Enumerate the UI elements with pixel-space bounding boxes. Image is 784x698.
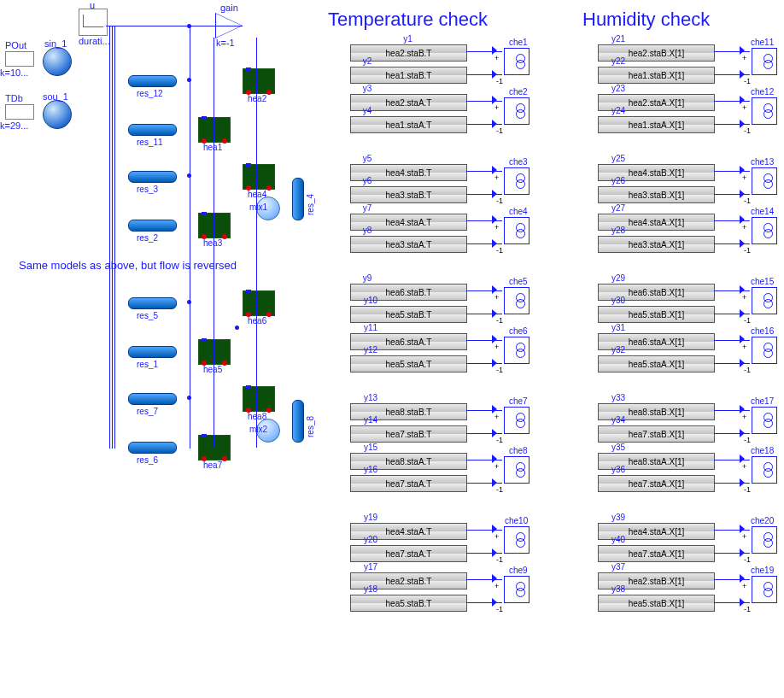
block-sin1[interactable]	[43, 47, 72, 76]
pm: -1	[496, 366, 503, 374]
chk-che5[interactable]	[504, 287, 529, 314]
label-res1: res_1	[137, 360, 158, 369]
lbl-y28: y28	[598, 226, 639, 235]
block-res2[interactable]	[128, 220, 177, 232]
block-res8[interactable]	[292, 400, 304, 443]
lbl-y1: y1	[350, 34, 465, 44]
pm: -1	[744, 605, 751, 613]
block-hea5[interactable]	[198, 339, 231, 365]
pm: +	[494, 54, 499, 62]
lbl-y11: y11	[350, 323, 391, 332]
block-tdb[interactable]	[5, 104, 34, 120]
block-hea4[interactable]	[243, 164, 275, 190]
chk-che2[interactable]	[504, 97, 529, 125]
chk-che19[interactable]	[752, 576, 777, 603]
block-res1[interactable]	[128, 346, 177, 358]
rexp-y6[interactable]: hea3.staB.T	[350, 186, 467, 203]
rexp-y38[interactable]: hea5.staB.X[1]	[598, 595, 715, 612]
rexp-y26[interactable]: hea3.staB.X[1]	[598, 186, 715, 203]
rexp-y36[interactable]: hea7.staA.X[1]	[598, 475, 715, 492]
pm: -1	[496, 196, 503, 205]
rexp-y12[interactable]: hea5.staA.T	[350, 355, 467, 372]
chk-che15[interactable]	[752, 287, 777, 314]
rexp-y14[interactable]: hea7.staB.T	[350, 425, 467, 443]
wire	[714, 51, 750, 52]
pm: +	[742, 462, 746, 471]
node	[235, 326, 239, 330]
lbl-y22: y22	[598, 56, 639, 66]
chk-che1[interactable]	[504, 48, 529, 75]
block-res5[interactable]	[128, 297, 177, 309]
block-hea2[interactable]	[243, 68, 275, 94]
rexp-y18[interactable]: hea5.staB.T	[350, 595, 467, 612]
node	[187, 300, 191, 304]
block-u[interactable]	[79, 9, 108, 36]
block-res7[interactable]	[128, 393, 177, 405]
block-res4[interactable]	[292, 178, 304, 220]
block-hea8[interactable]	[243, 386, 275, 412]
rexp-y20[interactable]: hea7.staA.T	[350, 545, 467, 562]
pm: -1	[744, 366, 751, 374]
lbl-che16: che16	[751, 326, 774, 336]
rexp-y8[interactable]: hea3.staA.T	[350, 236, 467, 253]
lbl-y8: y8	[350, 226, 384, 235]
wire	[466, 340, 502, 341]
chk-che9[interactable]	[504, 576, 529, 603]
chk-che18[interactable]	[752, 456, 777, 484]
lbl-che7: che7	[509, 396, 528, 406]
block-res6[interactable]	[128, 442, 177, 454]
chk-che7[interactable]	[504, 407, 529, 434]
chk-che17[interactable]	[752, 407, 777, 434]
block-sou1[interactable]	[43, 100, 72, 129]
rexp-y22[interactable]: hea1.staB.X[1]	[598, 67, 715, 84]
rexp-y30[interactable]: hea5.staB.X[1]	[598, 306, 715, 323]
block-hea1[interactable]	[198, 117, 231, 143]
lbl-y27: y27	[598, 203, 639, 213]
block-pout[interactable]	[5, 51, 34, 67]
rexp-y24[interactable]: hea1.staA.X[1]	[598, 116, 715, 133]
wire	[466, 124, 502, 125]
label-sou1: sou_1	[43, 91, 68, 102]
lbl-y15: y15	[350, 443, 391, 452]
label-hea7: hea7	[203, 460, 222, 470]
rexp-y32[interactable]: hea5.staA.X[1]	[598, 355, 715, 372]
lbl-y39: y39	[598, 513, 639, 522]
block-hea6[interactable]	[243, 290, 275, 316]
chk-che11[interactable]	[752, 48, 777, 75]
pm: -1	[744, 485, 751, 494]
lbl-y23: y23	[598, 84, 639, 93]
chk-che4[interactable]	[504, 217, 529, 244]
chk-che6[interactable]	[504, 337, 529, 364]
wire	[466, 314, 502, 314]
block-hea7[interactable]	[198, 435, 231, 460]
chk-che14[interactable]	[752, 217, 777, 244]
chk-che16[interactable]	[752, 337, 777, 364]
block-hea3[interactable]	[198, 213, 231, 238]
rexp-y10[interactable]: hea5.staB.T	[350, 306, 467, 323]
wire	[714, 579, 750, 580]
pm: -1	[744, 555, 751, 564]
chk-che12[interactable]	[752, 97, 777, 125]
annotation-text: Same models as above, but flow is revers…	[19, 259, 237, 272]
chk-che10[interactable]	[504, 526, 529, 554]
chk-che8[interactable]	[504, 456, 529, 484]
pm: +	[494, 343, 499, 351]
rexp-y28[interactable]: hea3.staA.X[1]	[598, 236, 715, 253]
chk-che3[interactable]	[504, 167, 529, 195]
wire	[466, 433, 502, 434]
rexp-y40[interactable]: hea7.staA.X[1]	[598, 545, 715, 562]
rexp-y16[interactable]: hea7.staA.T	[350, 475, 467, 492]
rexp-y34[interactable]: hea7.staB.X[1]	[598, 425, 715, 443]
rexp-y4[interactable]: hea1.staA.T	[350, 116, 467, 133]
rexp-y2[interactable]: hea1.staB.T	[350, 67, 467, 84]
block-res11[interactable]	[128, 124, 177, 136]
block-res3[interactable]	[128, 171, 177, 183]
lbl-y17: y17	[350, 562, 391, 572]
lbl-y32: y32	[598, 345, 639, 355]
pm: -1	[744, 77, 751, 85]
wire	[190, 26, 190, 449]
chk-che13[interactable]	[752, 167, 777, 195]
block-res12[interactable]	[128, 75, 177, 87]
pm: -1	[744, 246, 751, 255]
chk-che20[interactable]	[752, 526, 777, 554]
